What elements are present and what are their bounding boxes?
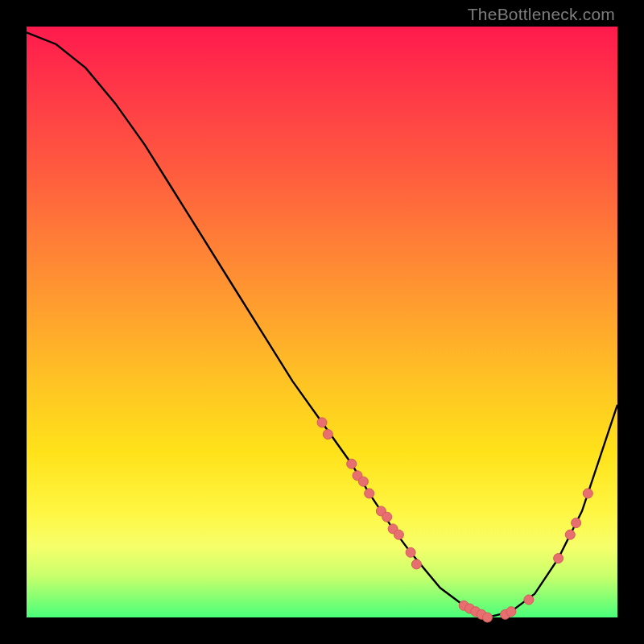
data-dot [524, 595, 534, 605]
data-dot [406, 547, 415, 557]
data-dot [382, 512, 392, 522]
data-dot [483, 613, 493, 622]
data-dot [572, 518, 581, 528]
plot-area [27, 27, 617, 617]
data-dot [358, 477, 368, 486]
data-dot [347, 459, 357, 469]
data-dot [506, 607, 516, 617]
chart-frame: TheBottleneck.com [0, 0, 644, 644]
data-dot [565, 530, 575, 539]
data-dot [554, 554, 564, 564]
watermark-text: TheBottleneck.com [468, 5, 615, 24]
data-dot [583, 489, 592, 498]
data-dot [411, 559, 421, 569]
data-dot [365, 489, 374, 498]
bottleneck-curve [27, 32, 617, 617]
data-dots [317, 418, 592, 622]
data-dot [323, 430, 332, 440]
data-dot [394, 530, 403, 539]
chart-svg [27, 27, 617, 617]
data-dot [317, 418, 327, 427]
